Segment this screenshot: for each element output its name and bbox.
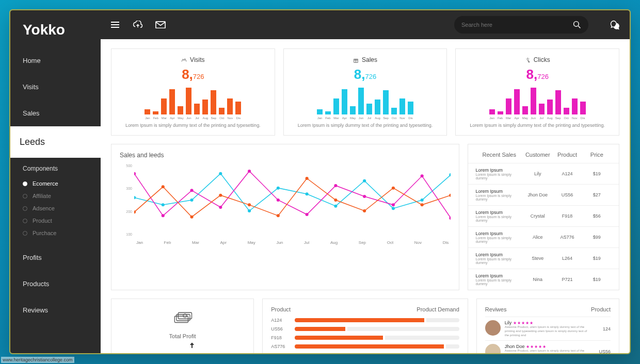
product-demand-card: ProductProduct Demand A124US56F918AS776L… [262,299,468,353]
activity-icon [181,57,187,63]
avatar [485,344,501,353]
nav-visits[interactable]: Visits [10,74,101,100]
cloud-upload-icon[interactable] [133,20,143,30]
svg-point-20 [277,198,280,202]
line-chart-svg [134,164,451,236]
svg-point-17 [190,189,193,192]
svg-point-21 [306,213,309,216]
money-stack-icon [172,306,194,328]
click-icon [525,57,531,63]
svg-point-8 [277,187,280,190]
svg-point-38 [449,194,451,197]
demand-row: L264 [271,353,459,353]
svg-point-29 [190,216,193,219]
svg-point-34 [334,198,337,202]
nav-components-label: Components [10,158,101,177]
svg-point-5 [190,198,193,202]
svg-point-24 [392,203,395,206]
nav-products[interactable]: Products [10,271,101,297]
app-frame: Yokko Home Visits Sales Leeds Components… [10,10,630,353]
nav-profits[interactable]: Profits [10,244,101,271]
svg-point-11 [363,179,366,183]
subnav-purchace[interactable]: Purchace [23,227,88,239]
svg-point-35 [363,209,366,212]
review-row[interactable]: Lily ★★★★★Awasme Product, orem Ipsum is … [485,317,611,340]
nav-sales[interactable]: Sales [10,100,101,126]
subnav-product[interactable]: Product [23,214,88,227]
subnav-ecomerce[interactable]: Ecomerce [23,177,88,190]
svg-point-4 [162,203,165,206]
avatar [485,320,501,336]
table-row[interactable]: Lorem IpsumLorem Ipsum is simply dummyLi… [468,163,619,184]
table-row[interactable]: Lorem IpsumLorem Ipsum is simply dummySt… [468,247,619,269]
table-row[interactable]: Lorem IpsumLorem Ipsum is simply dummyAl… [468,226,619,247]
content: Visits 8,726 JanFebMarAprMayJunJulAugSep… [101,39,630,353]
recent-sales-table: Recent Sales Customer Product Price Lore… [468,144,619,290]
nav-reviews[interactable]: Reviews [10,297,101,323]
demand-row: A124 [271,318,459,323]
table-row[interactable]: Lorem IpsumLorem Ipsum is simply dummyCr… [468,205,619,226]
svg-point-12 [392,207,395,210]
kpi-sales: Sales 8,726 JanFebMarAprMayJunJulAugSepO… [283,48,447,136]
menu-icon[interactable] [110,20,120,30]
topbar [101,10,630,39]
svg-point-22 [334,184,337,187]
gift-icon [353,57,359,63]
reviews-card: ReviwesProduct Lily ★★★★★Awasme Product,… [476,299,619,353]
mail-icon[interactable] [155,20,166,30]
sidebar: Yokko Home Visits Sales Leeds Components… [10,10,101,353]
svg-point-10 [334,205,337,208]
svg-point-15 [134,172,136,175]
review-row[interactable]: Jhon Doe ★★★★★Awasme Product, orem Ipsum… [485,340,611,353]
svg-point-3 [134,196,136,199]
x-axis-labels: JanFebMarAprMayJunJulAugSepOctNovDis [134,240,451,245]
main: Visits 8,726 JanFebMarAprMayJunJulAugSep… [101,10,630,353]
total-profit-card: Total Profit $ 8,726 Lorem Ipsum is simp… [111,299,254,353]
svg-point-37 [421,203,424,206]
kpi-clicks: Clicks 8,726 JanFebMarAprMayJunJulAugSep… [455,48,619,136]
svg-point-32 [277,214,280,217]
svg-point-9 [306,192,309,195]
y-axis-labels: 500300200100 [120,164,132,236]
svg-point-33 [306,177,309,180]
svg-point-16 [162,214,165,217]
demand-row: AS776 [271,344,459,349]
nav-home[interactable]: Home [10,47,101,74]
svg-point-13 [421,198,424,202]
svg-point-31 [248,203,251,206]
brand-logo: Yokko [10,10,101,47]
svg-point-23 [363,195,366,198]
kpi-visits: Visits 8,726 JanFebMarAprMayJunJulAugSep… [111,48,275,136]
subnav-adsence[interactable]: Adsence [23,202,88,214]
table-row[interactable]: Lorem IpsumLorem Ipsum is simply dummyJh… [468,184,619,205]
nav-leeds[interactable]: Leeds [10,126,101,158]
svg-point-28 [162,185,165,188]
clicks-bars [489,88,586,114]
bottom-row: Total Profit $ 8,726 Lorem Ipsum is simp… [111,299,619,353]
arrow-up-icon [189,342,211,353]
subnav-affiliate[interactable]: Affiliate [23,190,88,202]
svg-point-19 [248,170,251,173]
svg-point-26 [449,217,451,220]
watermark: www.heritagechristiancollege.com [1,357,74,363]
svg-point-18 [219,206,222,209]
middle-row: Sales and leeds 500300200100 JanFebMarAp… [111,144,619,290]
chat-icon[interactable] [610,20,620,30]
demand-row: F918 [271,335,459,340]
demand-row: US56 [271,326,459,332]
svg-point-36 [392,187,395,190]
svg-point-7 [248,209,251,212]
sales-bars [317,88,413,114]
visits-bars [145,88,241,114]
nav-sublist: Ecomerce Affiliate Adsence Product Purch… [10,177,101,244]
table-row[interactable]: Lorem IpsumLorem Ipsum is simply dummyNi… [468,269,619,290]
kpi-row: Visits 8,726 JanFebMarAprMayJunJulAugSep… [111,48,619,136]
sales-leeds-chart: Sales and leeds 500300200100 JanFebMarAp… [111,144,459,290]
svg-point-6 [219,172,222,175]
svg-point-1 [574,22,579,27]
search-box[interactable] [454,16,588,34]
search-input[interactable] [461,22,573,28]
svg-point-25 [421,174,424,177]
svg-point-30 [219,194,222,197]
